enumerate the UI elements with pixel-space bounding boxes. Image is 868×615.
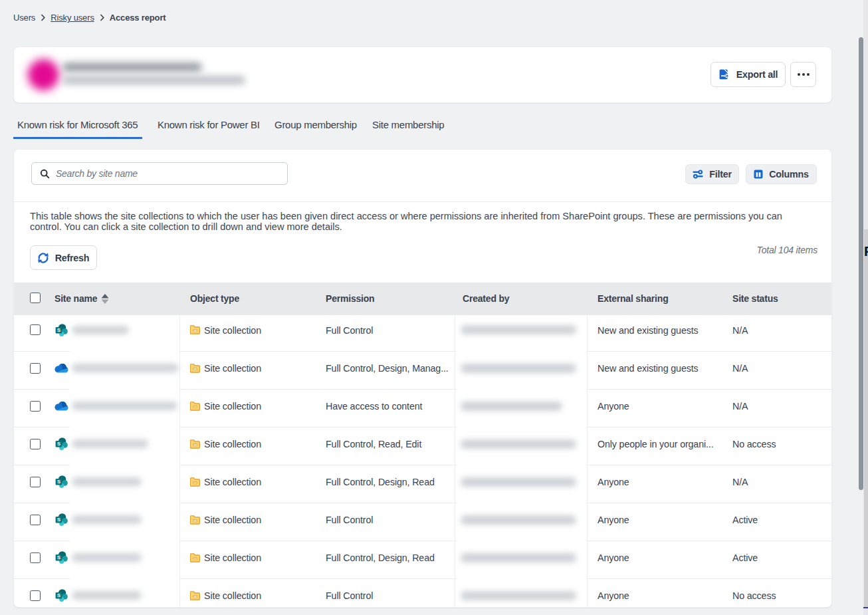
- svg-text:S: S: [57, 554, 60, 560]
- svg-text:S: S: [57, 517, 60, 523]
- svg-text:S: S: [57, 327, 60, 333]
- svg-text:S: S: [57, 479, 60, 485]
- svg-text:S: S: [57, 441, 60, 447]
- svg-text:S: S: [57, 592, 60, 598]
